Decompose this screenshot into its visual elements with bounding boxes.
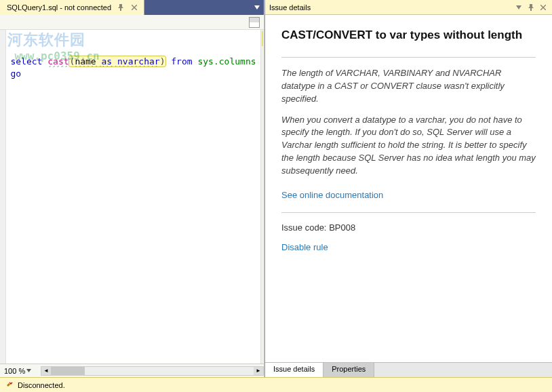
- issue-code-value: BP008: [329, 222, 355, 233]
- kw-as: as: [102, 56, 113, 67]
- panel-header: Issue details: [265, 0, 552, 15]
- kw-go: go: [10, 68, 21, 79]
- scroll-right-icon[interactable]: ►: [254, 367, 263, 375]
- divider: [281, 57, 536, 58]
- tab-issue-details[interactable]: Issue details: [265, 363, 323, 377]
- kw-select: select: [10, 56, 42, 66]
- scroll-thumb[interactable]: [51, 367, 85, 375]
- issue-description: The length of VARCHAR, VARBINARY and NVA…: [281, 67, 536, 178]
- zoom-value: 100 %: [4, 367, 25, 375]
- overview-ruler-mark[interactable]: [262, 31, 263, 46]
- tab-dropdown-icon[interactable]: [250, 0, 264, 15]
- see-documentation-link[interactable]: See online documentation: [281, 190, 383, 200]
- disable-rule-link[interactable]: Disable rule: [281, 242, 328, 252]
- editor-toolbar: [0, 15, 264, 30]
- kw-cast: cast: [47, 56, 68, 67]
- arg-name: name: [75, 56, 101, 67]
- document-tab[interactable]: SQLQuery1.sql - not connected: [0, 0, 144, 15]
- code-text-area[interactable]: 河东软件园 www.pc0359.cnselect cast(name as n…: [6, 30, 260, 364]
- pin-icon[interactable]: [526, 3, 536, 12]
- split-window-icon[interactable]: [249, 17, 260, 28]
- status-text: Disconnected.: [18, 381, 65, 389]
- paren-close: ): [160, 56, 165, 66]
- panel-body: CAST/CONVERT to var types without length…: [265, 15, 552, 362]
- close-icon[interactable]: [130, 3, 138, 12]
- editor-gutter: [0, 30, 6, 364]
- panel-header-title: Issue details: [269, 3, 511, 12]
- zoom-combo[interactable]: 100 %: [0, 367, 41, 375]
- issue-code-row: Issue code: BP008: [281, 222, 536, 233]
- ident-syscolumns: sys.columns: [197, 56, 256, 66]
- panel-menu-icon[interactable]: [514, 3, 524, 12]
- issue-details-panel: Issue details CAST/CONVERT to var types …: [264, 0, 552, 377]
- horizontal-scrollbar[interactable]: ◄ ►: [41, 366, 264, 376]
- issue-title: CAST/CONVERT to var types without length: [281, 28, 536, 42]
- code-editor[interactable]: 河东软件园 www.pc0359.cnselect cast(name as n…: [0, 30, 264, 364]
- document-tab-title: SQLQuery1.sql - not connected: [7, 3, 111, 12]
- divider: [281, 212, 536, 213]
- editor-footer: 100 % ◄ ►: [0, 364, 264, 377]
- panel-bottom-tabs: Issue details Properties: [265, 362, 552, 377]
- issue-paragraph-2: When you convert a datatype to a varchar…: [281, 114, 536, 178]
- scroll-left-icon[interactable]: ◄: [41, 367, 51, 375]
- main-area: SQLQuery1.sql - not connected 河东软件园 www.…: [0, 0, 552, 377]
- status-bar: Disconnected.: [0, 377, 552, 392]
- tab-properties[interactable]: Properties: [323, 363, 374, 377]
- issue-code-label: Issue code:: [281, 222, 327, 233]
- editor-pane: SQLQuery1.sql - not connected 河东软件园 www.…: [0, 0, 264, 377]
- disconnected-icon: [5, 381, 14, 389]
- document-tab-strip: SQLQuery1.sql - not connected: [0, 0, 264, 15]
- overview-ruler[interactable]: [260, 30, 264, 364]
- arg-type: nvarchar: [112, 56, 159, 67]
- pin-icon[interactable]: [117, 3, 125, 12]
- close-icon[interactable]: [538, 3, 548, 12]
- issue-paragraph-1: The length of VARCHAR, VARBINARY and NVA…: [281, 67, 536, 106]
- watermark-text: 河东软件园: [7, 34, 85, 46]
- kw-from: from: [171, 56, 192, 66]
